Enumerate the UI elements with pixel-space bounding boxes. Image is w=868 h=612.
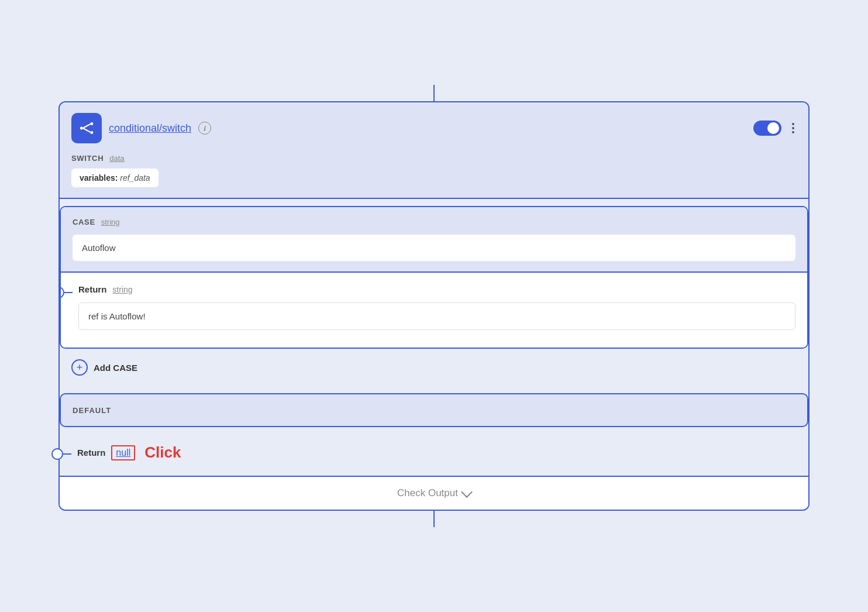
- default-return-section: Return null Click: [60, 434, 808, 476]
- switch-label: SWITCH: [71, 154, 104, 163]
- switch-row: SWITCH data: [71, 154, 797, 163]
- main-container: conditional/switch i SWITCH data variabl…: [58, 101, 810, 511]
- pre-default-gap: [60, 386, 808, 393]
- chip-key: variables:: [80, 173, 118, 183]
- return-dash-line: [64, 292, 73, 293]
- check-output-button[interactable]: Check Output: [60, 477, 808, 510]
- section-gap: [60, 199, 808, 206]
- check-output-section: Check Output: [60, 476, 808, 510]
- svg-point-1: [90, 122, 93, 125]
- return-label: Return: [78, 284, 106, 294]
- header-left: conditional/switch i: [71, 113, 211, 143]
- return-section: Return string: [61, 273, 807, 348]
- click-annotation: Click: [144, 443, 181, 462]
- svg-line-3: [83, 124, 91, 128]
- data-link[interactable]: data: [109, 154, 124, 163]
- svg-line-4: [83, 128, 91, 132]
- return-connector: [60, 287, 73, 298]
- variables-chip: variables: ref_data: [71, 169, 159, 187]
- return-label-row: Return string: [73, 284, 795, 294]
- case-type-link[interactable]: string: [101, 218, 120, 226]
- default-return-row: Return null Click: [71, 443, 797, 462]
- chevron-down-icon: [461, 486, 473, 498]
- node-icon: [71, 113, 102, 143]
- default-return-connector: [51, 448, 71, 460]
- add-case-label: Add CASE: [94, 363, 137, 373]
- svg-point-0: [80, 127, 83, 130]
- return-input[interactable]: [78, 302, 795, 330]
- case-label-row: CASE string: [73, 218, 795, 226]
- add-case-section: + Add CASE: [60, 349, 808, 386]
- default-return-dash: [63, 453, 71, 455]
- toggle-switch[interactable]: [753, 121, 781, 136]
- connector-top: [433, 85, 435, 102]
- header-top-row: conditional/switch i: [71, 113, 797, 143]
- pre-default-return-gap: [60, 427, 808, 434]
- connector-bottom: [433, 510, 435, 527]
- add-case-button[interactable]: +: [71, 359, 88, 376]
- switch-icon: [78, 119, 95, 137]
- default-return-circle: [51, 448, 63, 460]
- node-title[interactable]: conditional/switch: [109, 122, 191, 135]
- info-icon[interactable]: i: [198, 122, 211, 135]
- default-section: DEFAULT: [60, 393, 808, 427]
- return-type-link[interactable]: string: [112, 285, 132, 294]
- default-label: DEFAULT: [73, 406, 111, 415]
- more-options-icon[interactable]: [790, 121, 797, 136]
- case-input[interactable]: [73, 235, 795, 261]
- chip-val: ref_data: [120, 173, 150, 183]
- header-right: [753, 121, 797, 136]
- case-wrapper: CASE string Return string: [60, 206, 808, 349]
- header-section: conditional/switch i SWITCH data variabl…: [60, 102, 808, 199]
- default-return-label: Return: [77, 448, 105, 458]
- svg-point-2: [90, 131, 93, 134]
- case-label: CASE: [73, 218, 95, 226]
- return-circle-node: [60, 287, 64, 298]
- case-section: CASE string: [61, 207, 807, 271]
- null-link[interactable]: null: [111, 445, 135, 460]
- check-output-label: Check Output: [397, 487, 458, 499]
